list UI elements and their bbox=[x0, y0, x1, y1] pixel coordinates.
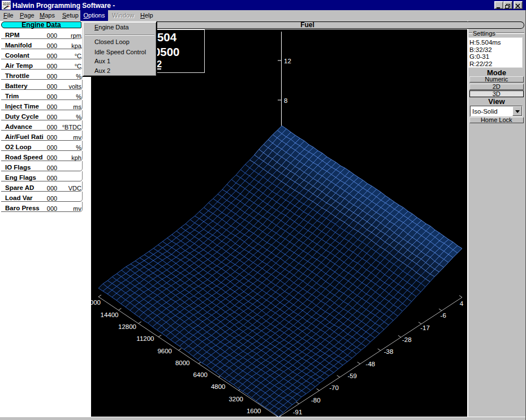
svg-text:12: 12 bbox=[284, 58, 291, 64]
svg-text:-59: -59 bbox=[347, 373, 357, 379]
svg-text:4800: 4800 bbox=[211, 383, 226, 390]
svg-text:8000: 8000 bbox=[175, 360, 190, 366]
svg-text:-80: -80 bbox=[311, 397, 321, 404]
svg-text:16000: 16000 bbox=[91, 299, 101, 306]
svg-text:-17: -17 bbox=[420, 324, 430, 331]
svg-text:11200: 11200 bbox=[136, 335, 154, 342]
svg-text:12800: 12800 bbox=[118, 323, 136, 330]
svg-text:-38: -38 bbox=[384, 348, 394, 355]
svg-text:-91: -91 bbox=[293, 409, 303, 415]
svg-text:14400: 14400 bbox=[101, 311, 119, 318]
svg-text:-48: -48 bbox=[366, 361, 376, 367]
svg-text:9600: 9600 bbox=[157, 348, 172, 354]
svg-text:1010: 1010 bbox=[3, 2, 11, 6]
svg-text:3200: 3200 bbox=[228, 396, 243, 402]
svg-text:-28: -28 bbox=[402, 336, 412, 343]
svg-text:6400: 6400 bbox=[193, 371, 208, 378]
svg-text:-70: -70 bbox=[329, 384, 339, 391]
svg-text:-6: -6 bbox=[441, 312, 446, 319]
svg-text:1600: 1600 bbox=[247, 408, 261, 414]
svg-text:8: 8 bbox=[284, 97, 287, 104]
svg-text:4: 4 bbox=[460, 300, 464, 307]
